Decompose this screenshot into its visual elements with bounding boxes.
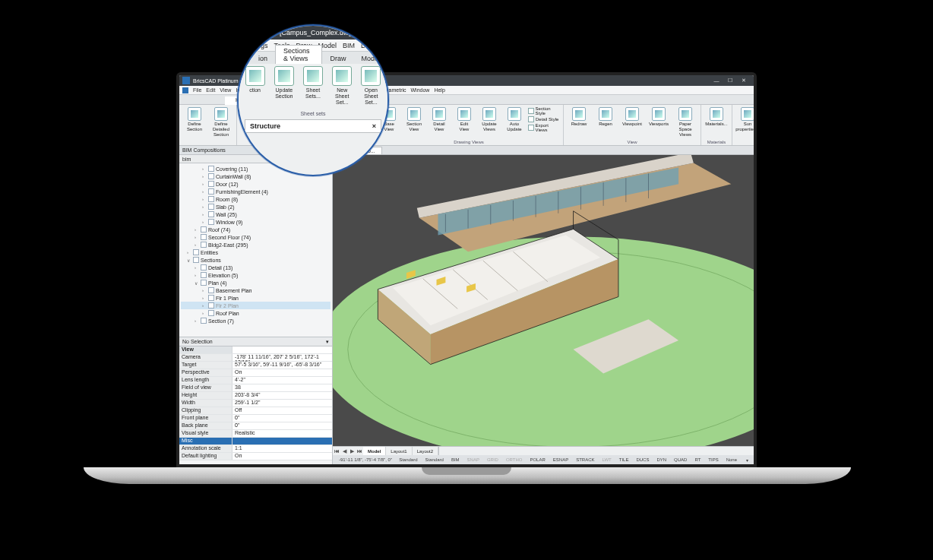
status-flag-snap[interactable]: SNAP [465,457,482,462]
menu-view[interactable]: View [220,87,231,93]
ribbon-mini-export-views[interactable]: Export Views [528,123,560,132]
tree-expand-icon[interactable]: › [195,318,199,323]
mag-tab[interactable]: Draw [322,53,353,64]
ribbon-viewpoint[interactable]: Viewpoint [620,106,644,128]
ribbon-define-detailed-section[interactable]: DefineDetailed Section [209,106,233,138]
tree-expand-icon[interactable]: › [195,265,199,270]
mag-structure-panel[interactable]: Structure × [245,119,381,133]
tree-node[interactable]: ›Section (7) [181,317,331,324]
mag-tab[interactable]: ion [251,53,275,64]
status-flag-dyn[interactable]: DYN [654,457,669,462]
tree-node[interactable]: ∨Sections [181,256,331,264]
prop-row[interactable]: Height203'-8 3/4" [179,392,332,400]
tree-expand-icon[interactable]: › [202,311,207,315]
tree-node[interactable]: ›Roof Plan [181,309,331,317]
ribbon-auto-update[interactable]: AutoUpdate [503,106,526,133]
tree-expand-icon[interactable]: › [195,227,199,232]
prop-value[interactable]: Realistic [232,430,332,437]
ribbon-define-section[interactable]: DefineSection [182,106,207,133]
status-flag-rt[interactable]: RT [692,457,703,462]
tree-node[interactable]: ∨Plan (4) [181,279,331,286]
mag-tab[interactable]: Sections & Views [275,45,322,64]
prop-value[interactable]: Off [232,407,332,414]
structure-tree[interactable]: ›Covering (11)›CurtainWall (8)›Door (12)… [179,163,332,337]
ribbon-redraw[interactable]: Redraw [567,106,591,128]
tree-expand-icon[interactable]: › [202,212,207,217]
tree-expand-icon[interactable]: › [202,182,207,186]
mag-ribbon-btn[interactable]: NewSheet Set... [329,66,356,109]
status-flag-standard[interactable]: Standard [423,457,446,462]
mag-tab[interactable]: Model [353,53,387,64]
status-flag-ortho[interactable]: ORTHO [504,457,525,462]
tree-node[interactable]: ›Detail (13) [181,264,331,271]
prop-row[interactable]: Width259'-1 1/2" [179,400,332,407]
tree-expand-icon[interactable]: › [202,189,207,194]
tree-expand-icon[interactable]: › [202,220,207,224]
sheet-nav-prev-icon[interactable]: ◀ [340,448,348,454]
ribbon-mini-section-style[interactable]: Section Style [528,106,560,115]
tree-node[interactable]: ›Flr 1 Plan [181,294,331,302]
prop-row[interactable]: Lens length4'-2" [179,377,332,384]
tree-expand-icon[interactable]: › [195,242,199,247]
bim-tab[interactable]: bim [182,157,191,162]
prop-row[interactable]: Target57'-5 3/16", 59'-11 9/16", -65'-8 … [179,362,332,369]
tree-expand-icon[interactable]: › [195,235,199,239]
ribbon-mini-detail-style[interactable]: Detail Style [528,116,560,122]
tree-node[interactable]: ›Roof (74) [181,226,331,233]
tree-node[interactable]: ›Room (8) [181,195,331,203]
properties-header[interactable]: No Selection ▾ [179,337,332,346]
tree-expand-icon[interactable]: › [202,197,207,201]
prop-row[interactable]: Front plane0" [179,415,332,422]
ribbon-update-views[interactable]: UpdateViews [478,106,501,133]
prop-row[interactable]: View [179,346,332,354]
menu-edit[interactable]: Edit [206,87,215,93]
status-flag-lwt[interactable]: LWT [599,457,613,462]
tree-expand-icon[interactable]: ∨ [187,258,191,263]
tree-node[interactable]: ›Basement Plan [181,286,331,294]
tree-expand-icon[interactable]: ∨ [195,280,199,286]
status-flag-polar[interactable]: POLAR [527,457,547,462]
tree-expand-icon[interactable]: › [202,166,207,171]
status-flag-tips[interactable]: TIPS [706,457,720,462]
prop-value[interactable]: 38 [232,384,332,391]
status-flag-ducs[interactable]: DUCS [634,457,651,462]
ribbon-sun-properties-[interactable]: Sunproperties... [735,106,757,133]
prop-row[interactable]: Back plane0" [179,422,332,430]
viewport-3d[interactable] [333,155,754,446]
ribbon-materials-[interactable]: Materials... [704,106,729,128]
status-flag-standard[interactable]: Standard [397,457,419,462]
tree-expand-icon[interactable]: › [202,174,207,179]
prop-row[interactable]: Camera-178' 11 11/16", 207' 2 5/16", 172… [179,354,332,362]
tree-node[interactable]: ›Second Floor (74) [181,233,331,241]
prop-value[interactable]: 0" [232,415,332,422]
tree-node[interactable]: ›Door (12) [181,180,331,188]
status-flag-bim[interactable]: BIM [449,457,462,462]
status-flag-grid[interactable]: GRID [485,457,501,462]
mag-menu-item[interactable]: BIM [343,42,355,49]
prop-value[interactable]: -178' 11 11/16", 207' 2 5/16", 172'-1 13… [232,354,332,361]
ribbon-section-view[interactable]: SectionView [403,106,425,133]
tree-node[interactable]: ›Flr 2 Plan [181,302,331,309]
tree-node[interactable]: ›Elevation (5) [181,271,331,279]
ribbon-paper-space-views[interactable]: PaperSpace Views [673,106,697,138]
tree-node[interactable]: ›FurnishingElement (4) [181,188,331,195]
ribbon-detail-view[interactable]: DetailView [428,106,451,133]
ribbon-edit-view[interactable]: EditView [453,106,476,133]
prop-row[interactable]: Default lightingOn [179,453,332,460]
status-flag-none[interactable]: None [724,457,739,462]
sheet-tab-model[interactable]: Model [363,447,386,455]
tree-expand-icon[interactable]: › [187,250,191,255]
mag-ribbon-btn[interactable]: OpenSheet Set... [358,66,384,109]
prop-row[interactable]: Visual styleRealistic [179,430,332,438]
tree-node[interactable]: ›Slab (2) [181,203,331,210]
ribbon-viewports[interactable]: Viewports [647,106,671,128]
prop-value[interactable]: 57'-5 3/16", 59'-11 9/16", -65'-8 3/16" [232,362,332,369]
tree-expand-icon[interactable]: › [202,288,207,293]
prop-row[interactable]: PerspectiveOn [179,369,332,377]
tree-expand-icon[interactable]: › [195,273,199,277]
minimize-icon[interactable]: — [710,78,723,84]
ribbon-regen[interactable]: Regen [593,106,618,128]
status-flag-quad[interactable]: QUAD [672,457,689,462]
mag-ribbon-btn[interactable]: SheetSets... [299,66,326,109]
tree-expand-icon[interactable]: › [202,204,207,209]
